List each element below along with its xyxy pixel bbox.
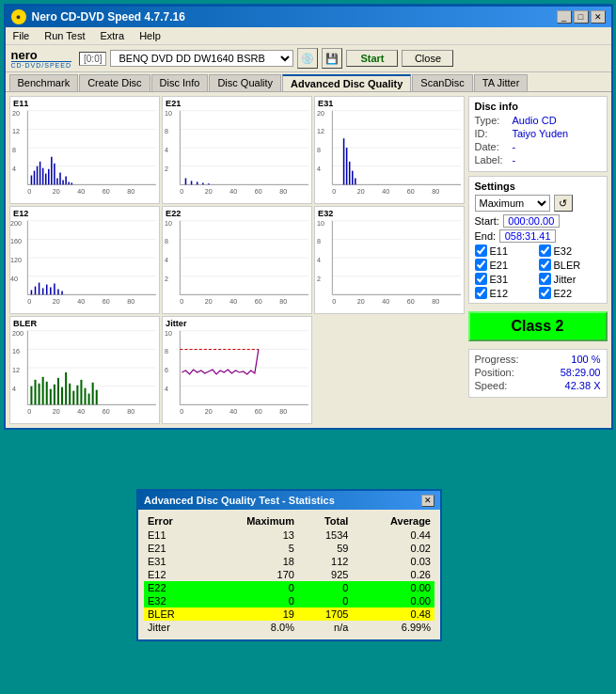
cb-e32[interactable]: E32 — [539, 244, 601, 257]
e22-avg: 0.00 — [352, 581, 434, 594]
svg-text:2: 2 — [317, 276, 321, 282]
svg-text:0: 0 — [180, 188, 183, 195]
svg-text:20: 20 — [317, 110, 324, 117]
cb-e12[interactable]: E12 — [475, 287, 537, 299]
cb-e21[interactable]: E21 — [475, 259, 537, 271]
speed-display-value: 42.38 X — [565, 380, 601, 391]
speed-select[interactable]: Maximum — [475, 195, 550, 212]
close-disc-button[interactable]: Close — [402, 50, 453, 67]
stats-close-button[interactable]: ✕ — [421, 495, 434, 507]
drive-select[interactable]: BENQ DVD DD DW1640 BSRB — [110, 50, 293, 67]
title-bar-left: ● Nero CD-DVD Speed 4.7.7.16 — [11, 9, 185, 24]
e12-avg: 0.26 — [352, 568, 434, 581]
jitter-avg: 6.99% — [352, 621, 434, 634]
jitter-total: n/a — [298, 621, 352, 634]
cb-e22[interactable]: E22 — [539, 287, 601, 299]
stats-header-row: Error Maximum Total Average — [144, 513, 434, 528]
checkbox-grid: E11 E32 E21 BLER E31 Jitter E12 E22 — [475, 244, 601, 299]
svg-text:20: 20 — [204, 408, 212, 415]
e31-total: 112 — [298, 555, 352, 568]
tab-advanced-disc-quality[interactable]: Advanced Disc Quality — [282, 74, 411, 91]
end-row: End: — [475, 229, 601, 243]
start-button[interactable]: Start — [346, 50, 398, 67]
menu-file[interactable]: File — [9, 29, 34, 42]
e32-error: E32 — [144, 594, 203, 607]
disc-id-row: ID: Taiyo Yuden — [475, 128, 601, 139]
e12-error: E12 — [144, 568, 203, 581]
stats-row-bler: BLER 19 1705 0.48 — [144, 607, 434, 621]
svg-text:160: 160 — [10, 238, 22, 244]
menu-run-test[interactable]: Run Test — [40, 29, 88, 42]
menu-help[interactable]: Help — [135, 29, 165, 42]
tab-disc-quality[interactable]: Disc Quality — [209, 74, 281, 91]
stats-row-e31: E31 18 112 0.03 — [144, 555, 434, 568]
settings-refresh-btn[interactable]: ↺ — [554, 195, 573, 212]
stats-table-wrap: Error Maximum Total Average E11 13 1534 … — [138, 510, 440, 639]
e31-max: 18 — [203, 555, 298, 568]
tab-benchmark[interactable]: Benchmark — [9, 74, 79, 91]
e21-total: 59 — [298, 542, 352, 555]
disc-info-box: Disc info Type: Audio CD ID: Taiyo Yuden… — [468, 96, 608, 172]
tab-ta-jitter[interactable]: TA Jitter — [474, 74, 529, 91]
disc-icon[interactable]: 💿 — [297, 48, 318, 69]
title-bar: ● Nero CD-DVD Speed 4.7.7.16 _ □ ✕ — [6, 7, 611, 27]
window-title: Nero CD-DVD Speed 4.7.7.16 — [32, 10, 185, 24]
svg-text:40: 40 — [382, 188, 389, 195]
end-input[interactable] — [499, 229, 556, 243]
svg-text:80: 80 — [127, 298, 134, 305]
cb-bler[interactable]: BLER — [539, 259, 601, 271]
stats-row-e22: E22 0 0 0.00 — [144, 581, 434, 594]
cb-e11[interactable]: E11 — [475, 244, 537, 257]
app-icon: ● — [11, 9, 26, 24]
stats-row-e32: E32 0 0 0.00 — [144, 594, 434, 607]
svg-text:0: 0 — [27, 298, 31, 305]
save-icon[interactable]: 💾 — [322, 48, 342, 69]
svg-text:200: 200 — [10, 220, 22, 227]
svg-text:12: 12 — [12, 128, 20, 134]
svg-text:60: 60 — [254, 298, 261, 305]
position-label: Position: — [475, 367, 514, 378]
svg-text:2: 2 — [165, 276, 168, 282]
svg-text:120: 120 — [10, 257, 22, 263]
class-badge: Class 2 — [468, 311, 608, 341]
svg-text:12: 12 — [317, 128, 324, 134]
end-label: End: — [475, 230, 497, 242]
tab-disc-info[interactable]: Disc Info — [151, 74, 209, 91]
progress-value: 100 % — [571, 354, 600, 365]
e11-total: 1534 — [298, 528, 352, 542]
disc-info-title: Disc info — [475, 101, 601, 112]
svg-text:Jitter: Jitter — [166, 319, 187, 328]
e32-total: 0 — [298, 594, 352, 607]
e21-max: 5 — [203, 542, 298, 555]
svg-text:40: 40 — [77, 298, 85, 305]
cb-e31[interactable]: E31 — [475, 273, 537, 285]
svg-text:4: 4 — [12, 166, 16, 172]
cb-jitter[interactable]: Jitter — [539, 273, 601, 285]
chart-e12: E12 200 160 120 40 0 20 40 60 80 — [9, 206, 160, 314]
svg-text:20: 20 — [356, 188, 364, 195]
disc-label-row: Label: - — [475, 154, 601, 166]
close-button[interactable]: ✕ — [591, 10, 606, 24]
start-row: Start: — [475, 214, 601, 228]
minimize-button[interactable]: _ — [557, 10, 572, 24]
speed-display-label: Speed: — [475, 380, 508, 391]
jitter-max: 8.0% — [203, 621, 298, 634]
progress-box: Progress: 100 % Position: 58:29.00 Speed… — [468, 349, 608, 398]
svg-text:60: 60 — [406, 188, 414, 195]
svg-text:20: 20 — [204, 188, 212, 195]
start-input[interactable] — [503, 214, 560, 228]
col-average: Average — [352, 513, 434, 528]
e31-error: E31 — [144, 555, 203, 568]
svg-text:4: 4 — [317, 166, 321, 172]
e12-total: 925 — [298, 568, 352, 581]
menu-extra[interactable]: Extra — [96, 29, 128, 42]
menu-bar: File Run Test Extra Help — [6, 27, 611, 45]
maximize-button[interactable]: □ — [574, 10, 589, 24]
tab-create-disc[interactable]: Create Disc — [79, 74, 150, 91]
svg-text:20: 20 — [204, 298, 212, 305]
chart-e21: E21 10 8 4 2 0 20 40 60 80 — [162, 96, 312, 204]
svg-text:E21: E21 — [166, 99, 181, 108]
tab-scandisc[interactable]: ScanDisc — [412, 74, 472, 91]
e22-total: 0 — [298, 581, 352, 594]
bler-max: 19 — [203, 607, 298, 621]
